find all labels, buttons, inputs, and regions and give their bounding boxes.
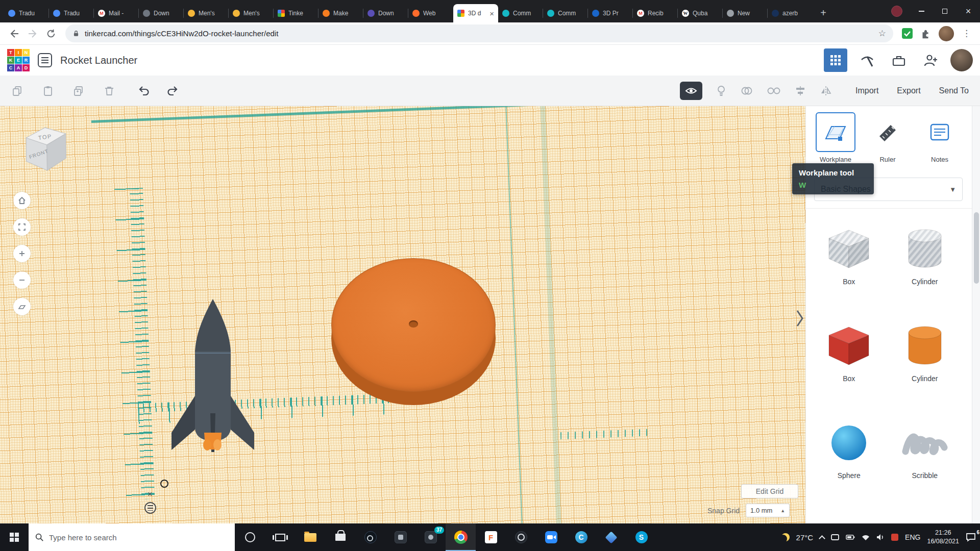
show-hide-button[interactable]	[680, 82, 702, 100]
taskbar-app-diamond-app[interactable]	[596, 523, 626, 551]
rocket-model[interactable]	[164, 296, 261, 469]
taskbar-app-cortana[interactable]	[235, 523, 265, 551]
viewport-canvas[interactable]: TOP FRONT	[0, 106, 805, 523]
taskbar-app-task-view[interactable]	[265, 523, 295, 551]
group-icon[interactable]	[740, 85, 753, 96]
import-button[interactable]: Import	[855, 86, 878, 95]
tool-notes[interactable]: Notes	[915, 112, 964, 163]
tab[interactable]: Men's	[229, 4, 274, 22]
wifi-icon[interactable]	[862, 534, 870, 541]
dashboard-grid-button[interactable]	[824, 48, 847, 72]
battery-icon[interactable]	[846, 534, 855, 540]
device-icon[interactable]	[831, 534, 839, 541]
tab[interactable]: WQuba	[678, 4, 723, 22]
delete-icon[interactable]	[103, 85, 115, 97]
omnibox[interactable]: tinkercad.com/things/cCE3HiNw2dO-rocket-…	[65, 24, 893, 42]
paste-icon[interactable]	[42, 85, 54, 97]
lightbulb-icon[interactable]	[716, 85, 727, 97]
tab[interactable]: MRecib	[633, 4, 678, 22]
bookmark-star-icon[interactable]: ☆	[878, 28, 886, 39]
tinkercad-logo[interactable]: TINKERCAD	[7, 49, 30, 71]
home-view-button[interactable]	[13, 192, 31, 209]
browser-profile-avatar[interactable]	[939, 26, 954, 41]
tab[interactable]: New	[723, 4, 768, 22]
start-button[interactable]	[0, 523, 29, 551]
zoom-out-button[interactable]	[13, 271, 31, 289]
toolbox-button[interactable]	[887, 48, 911, 72]
close-widget-icon[interactable]: ×	[148, 490, 152, 499]
send-to-button[interactable]: Send To	[939, 86, 969, 95]
workplane-view-button[interactable]	[13, 298, 31, 315]
redo-icon[interactable]	[165, 85, 179, 97]
undo-icon[interactable]	[138, 85, 151, 97]
back-button[interactable]	[5, 24, 23, 43]
close-button[interactable]: ×	[957, 0, 980, 22]
shape-item-box-box[interactable]: Box	[826, 319, 872, 416]
tool-ruler[interactable]: Ruler	[863, 112, 912, 163]
shape-item-sphere-sphere[interactable]: Sphere	[829, 416, 868, 513]
tab-active[interactable]: 3D d×	[453, 4, 498, 22]
media-controls-button[interactable]	[891, 6, 902, 17]
weather-moon-icon[interactable]	[781, 533, 790, 541]
taskbar-app-store[interactable]	[325, 523, 355, 551]
speaker-icon[interactable]	[876, 534, 885, 541]
minimize-button[interactable]	[910, 0, 933, 22]
tab[interactable]: Down	[363, 4, 408, 22]
taskbar-app-zoom[interactable]	[536, 523, 566, 551]
search-input[interactable]	[49, 533, 229, 542]
refresh-button[interactable]	[42, 24, 60, 43]
orange-disc-model[interactable]	[331, 258, 496, 407]
taskbar-app-steam[interactable]	[355, 523, 385, 551]
adblock-extension-icon[interactable]	[902, 28, 913, 39]
maximize-button[interactable]	[933, 0, 957, 22]
snap-grid-select[interactable]: 1.0 mm ▲	[746, 504, 790, 517]
tray-overflow-chevron-icon[interactable]	[819, 535, 825, 542]
new-tab-button[interactable]: +	[816, 5, 831, 20]
tab[interactable]: Down	[139, 4, 184, 22]
zoom-in-button[interactable]	[13, 245, 31, 262]
tab[interactable]: Comm	[498, 4, 543, 22]
tab[interactable]: Tinke	[274, 4, 318, 22]
tool-workplane[interactable]: Workplane	[811, 112, 860, 163]
tab[interactable]: azerb	[768, 4, 813, 22]
taskbar-app-dark-app[interactable]	[385, 523, 415, 551]
view-cube[interactable]: TOP FRONT	[18, 117, 76, 174]
ungroup-icon[interactable]	[767, 85, 781, 96]
grid-menu-button[interactable]	[144, 502, 156, 514]
panel-collapse-handle[interactable]	[795, 308, 804, 331]
tab[interactable]: Men's	[184, 4, 229, 22]
recording-tray-icon[interactable]	[891, 534, 898, 541]
forward-button[interactable]	[23, 24, 42, 43]
invite-person-button[interactable]	[919, 48, 942, 72]
taskbar-app-recorder[interactable]	[506, 523, 536, 551]
taskbar-search[interactable]	[29, 523, 235, 551]
shape-item-scribble-scribble[interactable]: Scribble	[900, 416, 949, 513]
copy-icon[interactable]	[11, 85, 23, 97]
duplicate-icon[interactable]	[72, 85, 85, 97]
browser-menu-icon[interactable]: ⋮	[958, 28, 975, 39]
tinker-pickaxe-button[interactable]	[855, 48, 879, 72]
taskbar-app-file-explorer[interactable]	[295, 523, 325, 551]
tab[interactable]: 3D Pr	[588, 4, 633, 22]
tab[interactable]: Comm	[543, 4, 588, 22]
taskbar-clock[interactable]: 21:26 16/08/2021	[927, 529, 959, 546]
workplane-origin-marker[interactable]	[160, 480, 168, 488]
shape-item-cylinder-hole-cylinder[interactable]: Cylinder	[903, 222, 946, 319]
tab-close-icon[interactable]: ×	[489, 10, 494, 17]
taskbar-app-chrome[interactable]	[446, 523, 476, 551]
tab[interactable]: Tradu	[49, 4, 94, 22]
action-center-button[interactable]: 6	[966, 533, 976, 542]
language-indicator[interactable]: ENG	[905, 533, 920, 541]
shape-item-box-hole-box[interactable]: Box	[826, 222, 872, 319]
shape-item-cylinder-cylinder[interactable]: Cylinder	[903, 319, 946, 416]
mirror-icon[interactable]	[820, 85, 832, 96]
tab[interactable]: Web	[408, 4, 453, 22]
taskbar-app-c-app[interactable]: C	[566, 523, 596, 551]
panel-scrollbar-thumb[interactable]	[974, 212, 979, 284]
align-icon[interactable]	[794, 85, 806, 96]
export-button[interactable]: Export	[897, 86, 920, 95]
tab[interactable]: Tradu	[4, 4, 49, 22]
design-title[interactable]: Rocket Launcher	[60, 55, 137, 66]
tab[interactable]: MMail -	[94, 4, 139, 22]
taskbar-app-skype[interactable]: S	[626, 523, 656, 551]
